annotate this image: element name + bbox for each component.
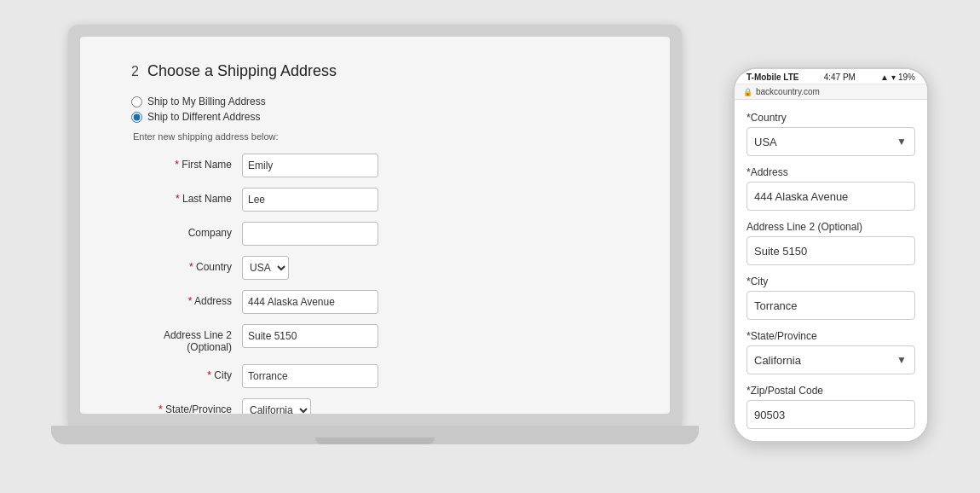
form-row-first-name: * First Name [131,154,619,177]
signal-icon: ▲ [880,72,889,82]
laptop-base [51,426,699,444]
input-company[interactable] [242,222,378,246]
devices-row: 2 Choose a Shipping Address Ship to My B… [51,25,929,468]
phone-label-address2: Address Line 2 (Optional) [747,221,915,233]
phone-label-city: *City [747,276,915,287]
select-country[interactable]: USA [242,256,289,280]
radio-different-label: Ship to Different Address [147,111,261,123]
radio-different[interactable]: Ship to Different Address [131,111,619,123]
status-icons: ▲ ▾ 19% [880,72,915,82]
time-display: 4:47 PM [824,72,856,82]
phone-select-wrapper-state: California ▼ [747,345,915,374]
phone-status-bar: T-Mobile LTE 4:47 PM ▲ ▾ 19% [735,69,927,84]
wifi-icon: ▾ [891,72,896,82]
label-last-name: * Last Name [131,188,242,205]
label-company: Company [131,222,242,239]
laptop-bezel: 2 Choose a Shipping Address Ship to My B… [68,25,682,426]
phone-body: *Country USA ▼ *Address Address Line 2 [735,100,927,441]
select-state[interactable]: California [242,398,311,414]
laptop-screen: 2 Choose a Shipping Address Ship to My B… [80,37,670,414]
phone-label-state: *State/Province [747,330,915,342]
form-row-city: * City [131,364,619,388]
form-row-address: * Address [131,290,619,314]
phone-label-address: *Address [747,166,915,178]
phone-input-address2[interactable] [747,236,915,265]
phone-form-group-state: *State/Province California ▼ [747,330,915,374]
form-row-company: Company [131,222,619,246]
label-state: * State/Province [131,398,242,414]
input-address2[interactable] [242,324,378,348]
phone-select-state[interactable]: California [747,345,915,374]
phone-form-group-phone: *Phone [747,439,915,441]
phone-bezel: T-Mobile LTE 4:47 PM ▲ ▾ 19% 🔒 backcount… [733,67,929,443]
label-address: * Address [131,290,242,307]
laptop-wrapper: 2 Choose a Shipping Address Ship to My B… [51,25,699,468]
laptop-content: 2 Choose a Shipping Address Ship to My B… [80,37,670,414]
url-text: backcountry.com [756,87,820,96]
phone-form-group-address: *Address [747,166,915,211]
form-row-state: * State/Province California [131,398,619,414]
form-row-country: * Country USA [131,256,619,280]
input-address[interactable] [242,290,378,314]
radio-billing[interactable]: Ship to My Billing Address [131,96,619,107]
phone-input-city[interactable] [747,291,915,320]
label-city: * City [131,364,242,381]
input-first-name[interactable] [242,154,378,177]
phone-label-phone: *Phone [747,439,915,441]
input-city[interactable] [242,364,378,388]
phone-url-bar: 🔒 backcountry.com [735,84,927,100]
phone-form-group-address2: Address Line 2 (Optional) [747,221,915,265]
hint-text: Enter new shipping address below: [133,131,619,142]
phone-input-address[interactable] [747,182,915,211]
form-row-address2: Address Line 2(Optional) [131,324,619,354]
phone-select-country[interactable]: USA [747,127,915,156]
radio-billing-label: Ship to My Billing Address [147,96,266,107]
label-first-name: * First Name [131,154,242,171]
radio-different-input[interactable] [131,112,142,123]
laptop-hinge [315,438,435,444]
carrier-text: T-Mobile LTE [747,72,798,82]
carrier-info: T-Mobile LTE [747,72,798,82]
page-title: Choose a Shipping Address [147,62,337,80]
label-country: * Country [131,256,242,273]
phone-form-group-country: *Country USA ▼ [747,112,915,156]
phone-select-wrapper-country: USA ▼ [747,127,915,156]
radio-group: Ship to My Billing Address Ship to Diffe… [131,96,619,123]
phone-label-country: *Country [747,112,915,124]
battery-text: 19% [898,72,915,82]
radio-billing-input[interactable] [131,96,142,107]
phone-form-group-city: *City [747,276,915,320]
phone-wrapper: T-Mobile LTE 4:47 PM ▲ ▾ 19% 🔒 backcount… [733,67,929,443]
label-address2: Address Line 2(Optional) [131,324,242,354]
input-last-name[interactable] [242,188,378,212]
lock-icon: 🔒 [743,88,752,96]
phone-form-group-zip: *Zip/Postal Code [747,385,915,429]
page-title-row: 2 Choose a Shipping Address [131,62,619,80]
phone-input-zip[interactable] [747,400,915,429]
step-number: 2 [131,64,139,79]
form-row-last-name: * Last Name [131,188,619,212]
phone-label-zip: *Zip/Postal Code [747,385,915,397]
